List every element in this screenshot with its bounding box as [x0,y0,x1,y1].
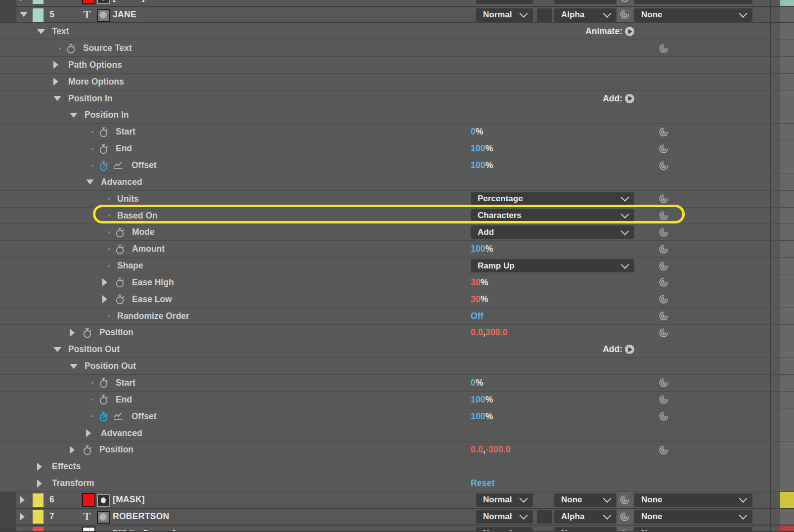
stopwatch-icon[interactable] [98,142,109,155]
property-label-transform[interactable]: Transform [52,475,94,491]
twirl-collapsed-icon[interactable] [20,496,25,504]
stopwatch-icon[interactable] [98,410,109,423]
property-row-amount[interactable]: Amount100% [0,241,794,258]
property-row-offset[interactable]: Offset100% [0,157,794,174]
value-number[interactable]: 300.0 [485,327,508,338]
twirl-expanded-icon[interactable] [53,347,61,352]
value-unit[interactable]: % [481,294,488,305]
twirl-collapsed-icon[interactable] [86,429,91,437]
property-value[interactable]: 100% [471,157,493,174]
parent-dropdown[interactable]: None [634,493,752,507]
label-color-swatch[interactable] [33,510,44,524]
property-value[interactable]: Off [471,308,484,324]
property-label-advanced[interactable]: Advanced [101,174,142,190]
stopwatch-icon[interactable] [82,443,93,456]
value-number[interactable]: 0.0 [471,327,483,338]
stopwatch-icon[interactable] [114,293,126,306]
twirl-collapsed-icon[interactable] [37,463,42,471]
twirl-collapsed-icon[interactable] [53,78,58,86]
twirl-expanded-icon[interactable] [70,364,78,369]
pick-whip-icon[interactable] [658,226,669,238]
blend-mode-dropdown[interactable]: Normal [476,493,533,507]
blend-mode-dropdown[interactable]: Normal [476,8,533,22]
property-row-end[interactable]: End100% [0,392,794,408]
property-row-source-text[interactable]: Source Text [0,40,794,57]
property-label-advanced[interactable]: Advanced [101,425,142,442]
dropdown-units[interactable]: Percentage [471,192,634,206]
property-value[interactable]: 0% [471,375,484,391]
twirl-collapsed-icon[interactable] [102,295,107,303]
property-row-ease-high[interactable]: Ease High30% [0,274,794,291]
property-label-source-text[interactable]: Source Text [83,40,132,56]
property-row-advanced[interactable]: Advanced [0,174,794,191]
property-label-start[interactable]: Start [116,375,135,391]
graph-icon[interactable] [113,161,124,170]
twirl-collapsed-icon[interactable] [20,530,25,532]
property-row-position-out[interactable]: Position Out [0,358,794,375]
pick-whip-icon[interactable] [658,260,669,271]
property-label-offset[interactable]: Offset [132,157,157,174]
twirl-collapsed-icon[interactable] [37,480,42,488]
property-value[interactable]: 30% [471,274,488,291]
property-label-mode[interactable]: Mode [132,224,155,240]
value-number[interactable]: 100 [471,160,485,171]
property-value[interactable]: 100% [471,408,493,425]
value-number[interactable]: 30 [471,294,481,305]
parent-dropdown[interactable]: None [634,527,752,532]
value-unit[interactable]: % [476,127,484,137]
property-row-transform[interactable]: TransformReset [0,475,794,492]
twirl-collapsed-icon[interactable] [20,0,25,1]
label-color-swatch[interactable] [33,527,44,532]
layer-row-7[interactable]: 7TROBERTSONNormalAlphaNone [0,509,794,526]
layer-row-5[interactable]: 5TJANENormalAlphaNone [0,7,794,24]
pick-whip-icon[interactable] [658,444,669,455]
property-label-end[interactable]: End [116,392,132,408]
stopwatch-icon[interactable] [114,243,126,255]
blend-mode-dropdown[interactable]: Normal [476,510,533,524]
property-label-position-in[interactable]: Position In [85,107,129,124]
property-label-randomize-order[interactable]: Randomize Order [117,308,189,324]
stopwatch-icon[interactable] [114,226,126,238]
trkmat-box[interactable] [537,8,552,22]
value-number[interactable]: 0 [471,378,476,388]
dropdown-mode[interactable]: Add [471,225,634,239]
property-value[interactable]: 100% [471,392,493,408]
track-matte-dropdown[interactable]: Alpha [554,510,617,524]
property-label-position[interactable]: Position [99,325,133,341]
pick-whip-icon[interactable] [658,411,669,422]
property-row-randomize-order[interactable]: Randomize OrderOff [0,308,794,325]
add-button[interactable]: Add: [603,90,634,107]
value-unit[interactable]: % [485,395,493,405]
property-row-start[interactable]: Start0% [0,375,794,392]
value-unit[interactable]: % [485,244,493,254]
pick-whip-icon[interactable] [658,294,669,305]
parent-pick-whip-icon[interactable] [619,0,630,3]
property-label-start[interactable]: Start [116,124,135,140]
twirl-expanded-icon[interactable] [86,179,94,184]
property-row-position[interactable]: Position0.0,300.0 [0,325,794,342]
value-unit[interactable]: % [485,143,493,154]
property-row-text[interactable]: TextAnimate: [0,23,794,40]
twirl-expanded-icon[interactable] [70,113,78,118]
stopwatch-icon[interactable] [98,126,109,138]
value-number[interactable]: 0.0 [471,444,483,455]
parent-pick-whip-icon[interactable] [619,511,630,522]
pick-whip-icon[interactable] [658,277,669,288]
graph-icon[interactable] [113,412,124,421]
property-value[interactable]: 30% [471,291,488,308]
value-unit[interactable]: % [476,378,484,388]
parent-dropdown[interactable]: None [634,510,752,524]
property-row-mode[interactable]: ModeAdd [0,224,794,241]
label-color-swatch[interactable] [33,493,44,507]
property-value[interactable]: Reset [471,475,495,491]
property-label-ease-high[interactable]: Ease High [132,274,174,291]
property-row-position-out[interactable]: Position OutAdd: [0,341,794,358]
property-row-position-in[interactable]: Position In [0,107,794,124]
property-label-ease-low[interactable]: Ease Low [132,291,172,308]
value-number[interactable]: 30 [471,277,481,288]
pick-whip-icon[interactable] [658,160,669,171]
track-matte-dropdown[interactable]: Alpha [554,8,617,22]
stopwatch-icon[interactable] [114,276,126,289]
twirl-collapsed-icon[interactable] [70,329,75,337]
property-label-text[interactable]: Text [52,23,69,40]
